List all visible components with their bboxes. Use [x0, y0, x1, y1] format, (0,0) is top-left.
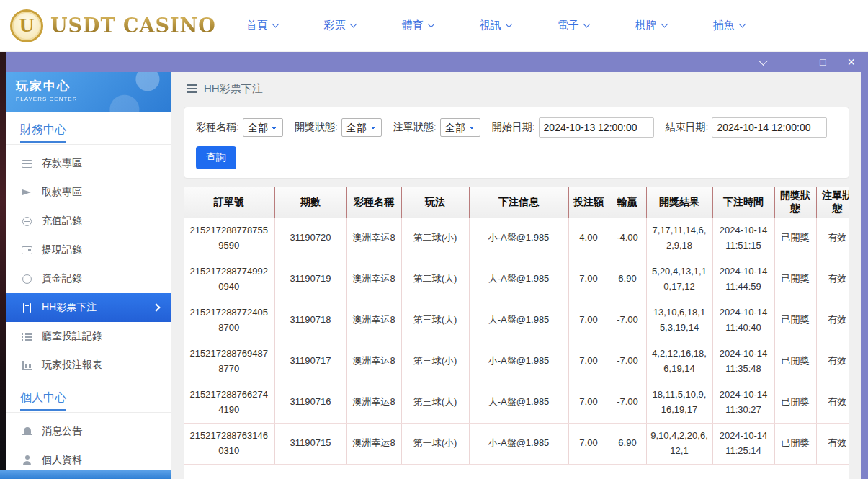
table-cell: 大-A盤@1.985	[469, 382, 568, 423]
sidebar-item-funds-record[interactable]: 資金記錄	[6, 264, 171, 293]
sidebar-item-hh-lottery-bets[interactable]: HH彩票下注	[6, 293, 171, 322]
nav-item-label: 捕魚	[713, 19, 735, 32]
column-header: 下注時間	[712, 187, 774, 218]
table-cell: 澳洲幸运8	[346, 300, 401, 341]
chart-icon	[22, 360, 32, 371]
person-icon	[22, 455, 32, 466]
sidebar-item-label: 存款專區	[42, 157, 82, 170]
main-content: HH彩票下注 彩種名稱: 全部 開獎狀態: 全部 注單狀態: 全部	[171, 72, 861, 479]
table-row: 215217288778755959031190720澳洲幸运8第二球(小)小-…	[184, 218, 849, 259]
table-cell: 7.00	[568, 259, 609, 300]
page-title: HH彩票下注	[204, 82, 263, 96]
table-cell: 2152172887631460310	[184, 423, 274, 464]
sidebar: 玩家中心 PLAYERS CENTER 財務中心存款專區取款專區充值記錄提現記錄…	[6, 72, 171, 479]
table-cell: 有效	[816, 300, 849, 341]
window-close-button[interactable]: ×	[847, 55, 855, 68]
column-header: 開獎結果	[646, 187, 712, 218]
table-row: 215217288766274419031190716澳洲幸运8第三球(大)大-…	[184, 382, 849, 423]
table-cell: 澳洲幸运8	[346, 423, 401, 464]
nav-item-sports[interactable]: 體育	[402, 19, 434, 32]
table-cell: -7.00	[609, 341, 646, 382]
lottery-name-select[interactable]: 全部	[243, 118, 283, 137]
table-cell: 2024-10-14 11:40:40	[712, 300, 774, 341]
table-cell: 7,17,11,14,6,2,9,18	[646, 218, 712, 259]
table-cell: 2152172887662744190	[184, 382, 274, 423]
table-cell: 31190716	[274, 382, 346, 423]
table-cell: 31190718	[274, 300, 346, 341]
chevron-down-icon	[349, 21, 357, 28]
chevron-down-icon	[583, 21, 590, 28]
chevron-down-icon[interactable]	[759, 56, 768, 66]
wallet-icon	[22, 245, 32, 256]
sidebar-item-withdraw[interactable]: 取款專區	[6, 178, 171, 207]
send-icon	[22, 187, 32, 198]
bet-table-body: 215217288778755959031190720澳洲幸运8第二球(小)小-…	[184, 218, 849, 464]
nav-item-label: 視訊	[480, 19, 501, 32]
nav-item-home[interactable]: 首頁	[246, 19, 278, 32]
nav-item-label: 首頁	[246, 19, 268, 32]
players-center-header: 玩家中心 PLAYERS CENTER	[6, 72, 171, 112]
sidebar-item-hall-bet-records[interactable]: 廳室投註記錄	[6, 322, 171, 351]
table-cell: 2152172887787559590	[184, 218, 274, 259]
lottery-name-label: 彩種名稱:	[196, 121, 239, 134]
column-header: 投注額	[568, 187, 609, 218]
nav-item-electronic[interactable]: 電子	[558, 19, 589, 32]
table-cell: 有效	[816, 259, 849, 300]
nav-item-fishing[interactable]: 捕魚	[713, 19, 745, 32]
table-cell: 2152172887724058700	[184, 300, 274, 341]
nav-item-label: 電子	[558, 19, 579, 32]
bet-table-container: 訂單號期數彩種名稱玩法下注信息投注額輸贏開獎結果下注時間開獎狀態注單狀態 215…	[184, 187, 849, 479]
table-header-row: 訂單號期數彩種名稱玩法下注信息投注額輸贏開獎結果下注時間開獎狀態注單狀態	[184, 187, 849, 218]
table-cell: 有效	[816, 218, 849, 259]
window-maximize-button[interactable]: □	[820, 57, 826, 67]
sidebar-item-withdraw-record[interactable]: 提現記錄	[6, 236, 171, 264]
draw-status-label: 開獎狀態:	[295, 121, 338, 134]
table-cell: 31190717	[274, 341, 346, 382]
nav-item-lottery[interactable]: 彩票	[324, 19, 356, 32]
column-header: 彩種名稱	[346, 187, 401, 218]
table-cell: 澳洲幸运8	[346, 341, 401, 382]
sidebar-item-player-bet-report[interactable]: 玩家投注報表	[6, 351, 171, 380]
window-titlebar[interactable]: — □ ×	[6, 52, 868, 72]
table-row: 215217288772405870031190718澳洲幸运8第三球(大)大-…	[184, 300, 849, 341]
table-cell: 7.00	[568, 423, 609, 464]
sidebar-item-announcements[interactable]: 消息公告	[6, 417, 171, 446]
window-body: 玩家中心 PLAYERS CENTER 財務中心存款專區取款專區充值記錄提現記錄…	[6, 72, 868, 479]
table-cell: 31190719	[274, 259, 346, 300]
nav-item-label: 棋牌	[635, 19, 657, 32]
table-cell: 31190720	[274, 218, 346, 259]
table-cell: 小-A盤@1.985	[469, 341, 568, 382]
end-date-input[interactable]	[712, 117, 827, 138]
sidebar-item-label: 個人資料	[42, 454, 82, 467]
table-cell: 大-A盤@1.985	[469, 259, 568, 300]
sidebar-item-label: 廳室投註記錄	[42, 330, 102, 343]
sidebar-item-recharge-record[interactable]: 充值記錄	[6, 207, 171, 236]
column-header: 下注信息	[469, 187, 568, 218]
window-minimize-button[interactable]: —	[788, 57, 798, 67]
sidebar-item-deposit[interactable]: 存款專區	[6, 149, 171, 178]
menu-icon[interactable]	[187, 84, 197, 93]
filter-panel: 彩種名稱: 全部 開獎狀態: 全部 注單狀態: 全部 開始日期: 結束日期:	[184, 107, 849, 179]
bell-icon	[22, 426, 32, 437]
end-date-label: 結束日期:	[666, 121, 709, 134]
nav-item-chess[interactable]: 棋牌	[635, 19, 667, 32]
player-center-window: — □ × 玩家中心 PLAYERS CENTER 財務中心存款專區取款專區充值…	[6, 52, 868, 479]
search-button[interactable]: 查詢	[196, 146, 236, 169]
order-status-select[interactable]: 全部	[440, 118, 480, 137]
window-controls: — □ ×	[760, 55, 855, 68]
nav-item-video[interactable]: 視訊	[480, 19, 511, 32]
brand-logo[interactable]: U USDT CASINO	[10, 9, 216, 42]
table-cell: -7.00	[609, 382, 646, 423]
table-cell: 有效	[816, 341, 849, 382]
draw-status-select[interactable]: 全部	[341, 118, 382, 137]
sidebar-item-label: 取款專區	[42, 186, 82, 199]
table-cell: 2024-10-14 11:51:15	[712, 218, 774, 259]
chevron-down-icon	[505, 21, 512, 28]
table-cell: 小-A盤@1.985	[469, 218, 568, 259]
column-header: 注單狀態	[816, 187, 849, 218]
players-center-subtitle: PLAYERS CENTER	[16, 96, 161, 102]
table-cell: 4.00	[568, 218, 609, 259]
card-icon	[22, 158, 32, 169]
start-date-input[interactable]	[539, 117, 654, 138]
table-cell: -4.00	[609, 218, 646, 259]
